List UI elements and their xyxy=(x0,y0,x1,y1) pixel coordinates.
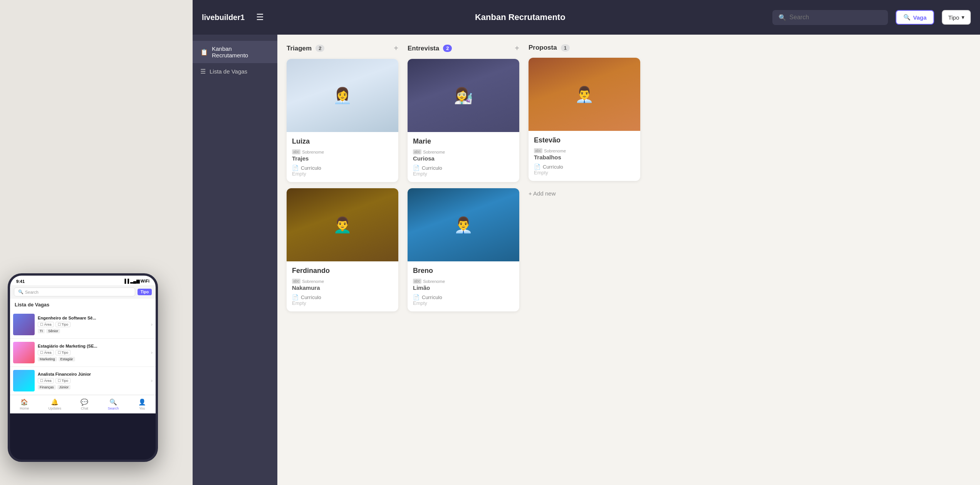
left-background: 9:41 ▐▐ ▂▄▆ WiFi 🔍 Search Tipo Lista de … xyxy=(0,0,193,485)
mobile-item-values-2: Marketing Estagiár xyxy=(38,357,148,361)
mobile-tag-tipo-3: ☐ Tipo xyxy=(55,378,71,383)
card-body-breno: Breno abc Sobrenome Limão 📄 Currículo xyxy=(408,261,519,311)
mobile-nav-you-label: You xyxy=(139,406,145,410)
card-curriculo-empty-estevao: Empty xyxy=(534,170,635,176)
mobile-preview: 9:41 ▐▐ ▂▄▆ WiFi 🔍 Search Tipo Lista de … xyxy=(8,273,158,462)
mobile-nav-search-label: Search xyxy=(108,406,119,410)
mobile-item-image-3 xyxy=(13,370,35,391)
mobile-tag-area-value-1: TI xyxy=(38,329,45,333)
list-item[interactable]: Analista Financeiro Júnior ☐ Área ☐ Tipo… xyxy=(10,367,156,395)
mobile-nav-search[interactable]: 🔍 Search xyxy=(108,398,119,410)
card-estevao[interactable]: 👨‍💼 Estevão abc Sobrenome Trabalhos xyxy=(529,58,640,181)
column-proposta: Proposta 1 👨‍💼 Estevão abc Sobrenome xyxy=(529,44,640,476)
list-item[interactable]: Estagiário de Marketing (SE... ☐ Área ☐ … xyxy=(10,339,156,367)
abc-icon: abc xyxy=(292,279,300,284)
mobile-item-content-1: Engenheiro de Software Sê... ☐ Área ☐ Ti… xyxy=(38,316,148,333)
card-field-sobrenome-estevao: abc Sobrenome Trabalhos xyxy=(534,148,635,161)
mobile-tag-area-2: ☐ Área xyxy=(38,350,54,355)
mobile-item-image-2 xyxy=(13,342,35,363)
column-badge-proposta: 1 xyxy=(561,44,570,52)
card-image-ferdinando: 👨‍🦱 xyxy=(287,188,398,261)
mobile-nav-home[interactable]: 🏠 Home xyxy=(20,398,29,410)
chat-icon: 💬 xyxy=(81,398,88,406)
search-vaga-icon: 🔍 xyxy=(903,14,911,21)
abc-icon: abc xyxy=(534,148,542,153)
tipo-button[interactable]: Tipo ▾ xyxy=(942,10,971,25)
column-header-entrevista: Entrevista 2 + xyxy=(408,44,519,53)
card-breno[interactable]: 👨‍💼 Breno abc Sobrenome Limão 📄 xyxy=(408,188,519,311)
card-image-estevao: 👨‍💼 xyxy=(529,58,640,131)
mobile-search-input[interactable]: 🔍 Search xyxy=(14,288,135,296)
card-field-sobrenome-ferdinando: abc Sobrenome Nakamura xyxy=(292,279,393,291)
mobile-tag-tipo-value-2: Estagiár xyxy=(59,357,75,361)
card-curriculo-empty-breno: Empty xyxy=(413,300,514,306)
mobile-nav-updates-label: Updates xyxy=(49,406,62,410)
card-field-label-sobrenome-luiza: abc Sobrenome xyxy=(292,149,393,154)
add-new-button[interactable]: + Add new xyxy=(529,187,640,200)
tipo-label: Tipo xyxy=(948,14,959,21)
card-luiza[interactable]: 👩‍💼 Luiza abc Sobrenome Trajes 📄 xyxy=(287,59,398,182)
column-title-triagem: Triagem xyxy=(287,45,312,52)
sidebar-item-lista[interactable]: ☰ Lista de Vagas xyxy=(193,63,277,80)
mobile-tag-area: ☐ Área xyxy=(38,322,54,327)
search-wrapper: 🔍 xyxy=(772,10,888,25)
column-header-proposta: Proposta 1 xyxy=(529,44,640,52)
card-body-estevao: Estevão abc Sobrenome Trabalhos 📄 Curríc… xyxy=(529,131,640,181)
sidebar-item-kanban[interactable]: 📋 Kanban Recrutamento xyxy=(193,41,277,63)
mobile-item-content-3: Analista Financeiro Júnior ☐ Área ☐ Tipo… xyxy=(38,372,148,390)
mobile-nav-updates[interactable]: 🔔 Updates xyxy=(49,398,62,410)
card-curriculo-empty-marie: Empty xyxy=(413,171,514,177)
abc-icon: abc xyxy=(413,149,421,154)
card-curriculo-empty-luiza: Empty xyxy=(292,171,393,177)
card-name-breno: Breno xyxy=(413,267,514,275)
column-title-entrevista: Entrevista xyxy=(408,45,439,52)
mobile-item-title-2: Estagiário de Marketing (SE... xyxy=(38,344,148,348)
kanban-board: Triagem 2 + 👩‍💼 Luiza abc Sobreno xyxy=(277,35,980,485)
column-triagem: Triagem 2 + 👩‍💼 Luiza abc Sobreno xyxy=(287,44,398,476)
brand-name: livebuilder1 xyxy=(202,13,245,22)
card-body-luiza: Luiza abc Sobrenome Trajes 📄 Currículo xyxy=(287,132,398,182)
mobile-nav-you[interactable]: 👤 You xyxy=(138,398,146,410)
card-ferdinando[interactable]: 👨‍🦱 Ferdinando abc Sobrenome Nakamura xyxy=(287,188,398,311)
sidebar-lista-label: Lista de Vagas xyxy=(210,68,247,75)
card-field-label-sobrenome-estevao: abc Sobrenome xyxy=(534,148,635,153)
mobile-tag-tipo-2: ☐ Tipo xyxy=(55,350,71,355)
card-field-label-sobrenome-ferdinando: abc Sobrenome xyxy=(292,279,393,284)
mobile-search-bar: 🔍 Search Tipo xyxy=(10,285,156,299)
column-add-entrevista[interactable]: + xyxy=(515,44,519,53)
file-icon: 📄 xyxy=(292,165,299,171)
mobile-tipo-badge[interactable]: Tipo xyxy=(138,289,152,295)
card-marie[interactable]: 👩‍🔬 Marie abc Sobrenome Curiosa 📄 xyxy=(408,59,519,182)
search-icon: 🔍 xyxy=(779,14,786,21)
abc-icon: abc xyxy=(413,279,421,284)
mobile-item-image-1 xyxy=(13,314,35,335)
topbar: livebuilder1 ☰ Kanban Recrutamento 🔍 🔍 V… xyxy=(193,0,980,35)
you-icon: 👤 xyxy=(138,398,146,406)
mobile-nav-chat[interactable]: 💬 Chat xyxy=(81,398,88,410)
sidebar: 📋 Kanban Recrutamento ☰ Lista de Vagas xyxy=(193,35,277,485)
mobile-status-icons: ▐▐ ▂▄▆ WiFi xyxy=(123,279,149,284)
kanban-icon: 📋 xyxy=(200,48,208,56)
mobile-tag-tipo-value-3: Júnior xyxy=(57,385,71,390)
mobile-item-title-1: Engenheiro de Software Sê... xyxy=(38,316,148,320)
menu-icon[interactable]: ☰ xyxy=(256,12,264,22)
mobile-tag-area-3: ☐ Área xyxy=(38,378,54,383)
card-field-value-sobrenome-estevao: Trabalhos xyxy=(534,154,635,161)
card-body-ferdinando: Ferdinando abc Sobrenome Nakamura 📄 Curr… xyxy=(287,261,398,311)
search-input[interactable] xyxy=(789,14,882,21)
list-item[interactable]: Engenheiro de Software Sê... ☐ Área ☐ Ti… xyxy=(10,311,156,339)
column-title-proposta: Proposta xyxy=(529,44,557,52)
mobile-list-header: Lista de Vagas xyxy=(10,299,156,311)
mobile-chevron-2: › xyxy=(151,350,153,355)
file-icon-3: 📄 xyxy=(413,165,420,171)
card-file-curriculo-marie: 📄 Currículo xyxy=(413,165,514,171)
card-file-curriculo-luiza: 📄 Currículo xyxy=(292,165,393,171)
card-name-marie: Marie xyxy=(413,137,514,146)
mobile-chevron-3: › xyxy=(151,378,153,383)
add-new-label: + Add new xyxy=(529,190,555,197)
chevron-down-icon: ▾ xyxy=(962,14,965,21)
column-add-triagem[interactable]: + xyxy=(394,44,398,53)
column-badge-entrevista: 2 xyxy=(443,45,452,52)
card-file-curriculo-breno: 📄 Currículo xyxy=(413,294,514,300)
vaga-button[interactable]: 🔍 Vaga xyxy=(896,10,934,25)
